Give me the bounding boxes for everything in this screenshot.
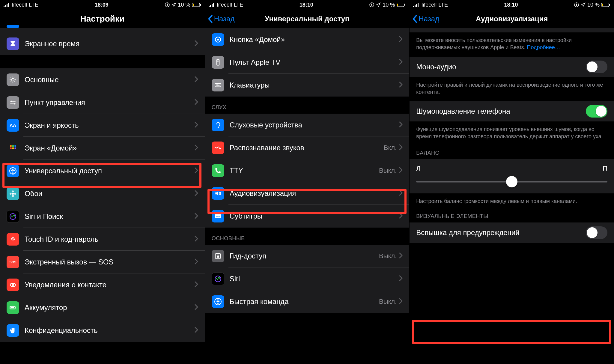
- clock: 18:10: [504, 2, 518, 8]
- page-title: Настройки: [80, 14, 124, 24]
- chevron-right-icon: [195, 258, 198, 266]
- battery-icon: [397, 3, 406, 7]
- row-value: Выкл.: [379, 167, 397, 175]
- chevron-right-icon: [399, 167, 403, 174]
- row-display[interactable]: AAЭкран и яркость: [0, 114, 205, 137]
- svg-rect-7: [200, 4, 201, 6]
- chevron-right-icon: [399, 275, 403, 282]
- back-button[interactable]: Назад: [410, 15, 439, 23]
- row-control[interactable]: Пункт управления: [0, 91, 205, 114]
- noise-cancel-row[interactable]: Шумоподавление телефона: [410, 101, 614, 121]
- row-general[interactable]: Основные: [0, 68, 205, 91]
- row-hearing[interactable]: Слуховые устройства: [205, 114, 410, 136]
- carrier-label: lifecell: [12, 2, 27, 8]
- row-touchid[interactable]: Touch ID и код-пароль: [0, 228, 205, 251]
- row-homebtn[interactable]: Кнопка «Домой»: [205, 28, 410, 51]
- keyboard-icon: [212, 79, 224, 91]
- settings-row-partial[interactable]: [0, 28, 205, 32]
- row-privacy[interactable]: Конфиденциальность: [0, 319, 205, 342]
- svg-text:SOS: SOS: [10, 260, 16, 264]
- battery-text: 10 %: [383, 2, 395, 8]
- balance-slider[interactable]: [416, 178, 607, 186]
- accessibility-icon: [212, 295, 224, 308]
- svg-rect-18: [12, 148, 14, 149]
- hand-icon: [7, 324, 19, 337]
- clock: 18:09: [95, 2, 109, 8]
- row-home[interactable]: Экран «Домой»: [0, 137, 205, 160]
- row-guided[interactable]: Гид-доступВыкл.: [205, 245, 410, 267]
- chevron-right-icon: [195, 76, 198, 83]
- chevron-right-icon: [195, 122, 198, 129]
- section-header-hearing: СЛУХ: [205, 97, 410, 114]
- battery-icon: [7, 301, 19, 314]
- row-audiovis[interactable]: Аудиовизуализация: [205, 182, 410, 205]
- row-tty[interactable]: TTYВыкл.: [205, 159, 410, 182]
- row-siri2[interactable]: Siri: [205, 267, 410, 290]
- chevron-right-icon: [195, 167, 198, 175]
- row-exposure[interactable]: Уведомления о контакте: [0, 273, 205, 296]
- flower-icon: [7, 187, 19, 200]
- row-label: Кнопка «Домой»: [230, 35, 399, 44]
- row-label: Экран «Домой»: [25, 144, 195, 152]
- mono-audio-label: Моно-аудио: [416, 63, 586, 71]
- flash-alerts-row[interactable]: Вспышка для предупреждений: [410, 222, 614, 243]
- learn-more-link[interactable]: Подробнее…: [527, 44, 560, 50]
- network-label: LTE: [234, 2, 243, 8]
- mono-audio-row[interactable]: Моно-аудио: [410, 57, 614, 77]
- headphone-description: Вы можете вносить пользовательские измен…: [410, 32, 614, 57]
- flash-alerts-switch[interactable]: [586, 226, 607, 239]
- svg-rect-50: [216, 85, 219, 86]
- signal-icon: [4, 3, 10, 7]
- network-label: LTE: [29, 2, 38, 8]
- chevron-right-icon: [195, 145, 198, 152]
- back-button[interactable]: Назад: [205, 15, 235, 23]
- chevron-right-icon: [195, 236, 198, 243]
- mono-audio-switch[interactable]: [586, 61, 607, 73]
- svg-rect-3: [8, 3, 9, 7]
- row-label: Клавиатуры: [230, 81, 399, 89]
- row-label: Siri: [230, 275, 399, 283]
- circle-icon: [212, 33, 224, 46]
- hourglass-icon: [7, 37, 19, 50]
- chevron-right-icon: [399, 298, 403, 305]
- svg-rect-2: [7, 4, 7, 7]
- sos-icon: SOS: [7, 256, 19, 268]
- chevron-right-icon: [399, 252, 403, 260]
- row-appletv[interactable]: Пульт Apple TV: [205, 51, 410, 74]
- svg-rect-32: [16, 307, 16, 308]
- row-accessibility[interactable]: Универсальный доступ: [0, 160, 205, 182]
- status-bar: lifecell LTE 18:09 10 %: [0, 0, 205, 10]
- row-shortcut[interactable]: Быстрая командаВыкл.: [205, 290, 410, 313]
- svg-rect-62: [418, 3, 419, 7]
- svg-point-25: [10, 193, 12, 195]
- svg-rect-1: [5, 5, 6, 7]
- row-sounds[interactable]: Распознавание звуковВкл.: [205, 136, 410, 159]
- row-wallpaper[interactable]: Обои: [0, 182, 205, 205]
- svg-rect-12: [10, 103, 15, 104]
- section-header-balance: БАЛАНС: [410, 146, 614, 159]
- aa-icon: AA: [7, 119, 19, 132]
- row-battery[interactable]: Аккумулятор: [0, 296, 205, 319]
- exposure-icon: [7, 279, 19, 291]
- chevron-right-icon: [195, 190, 198, 197]
- row-keyboards[interactable]: Клавиатуры: [205, 74, 410, 97]
- location-icon: [581, 2, 586, 7]
- row-sos[interactable]: SOSЭкстренный вызов — SOS: [0, 251, 205, 273]
- svg-rect-61: [416, 4, 417, 7]
- row-screentime[interactable]: Экранное время: [0, 32, 205, 55]
- slider-thumb[interactable]: [506, 176, 517, 187]
- back-label: Назад: [214, 15, 235, 23]
- chevron-right-icon: [195, 304, 198, 311]
- row-label: TTY: [230, 166, 379, 175]
- noise-cancel-switch[interactable]: [586, 105, 607, 118]
- row-siri[interactable]: Siri и Поиск: [0, 205, 205, 228]
- noise-cancel-description: Функция шумоподавления понижает уровень …: [410, 121, 614, 146]
- network-label: LTE: [438, 2, 448, 8]
- row-label: Субтитры: [230, 212, 399, 220]
- flash-alerts-label: Вспышка для предупреждений: [416, 228, 586, 237]
- row-value: Выкл.: [379, 298, 397, 306]
- row-subtitles[interactable]: Субтитры: [205, 205, 410, 228]
- headphone-accommodations-row[interactable]: [410, 28, 614, 32]
- svg-rect-48: [217, 85, 218, 85]
- row-label: Распознавание звуков: [230, 144, 384, 152]
